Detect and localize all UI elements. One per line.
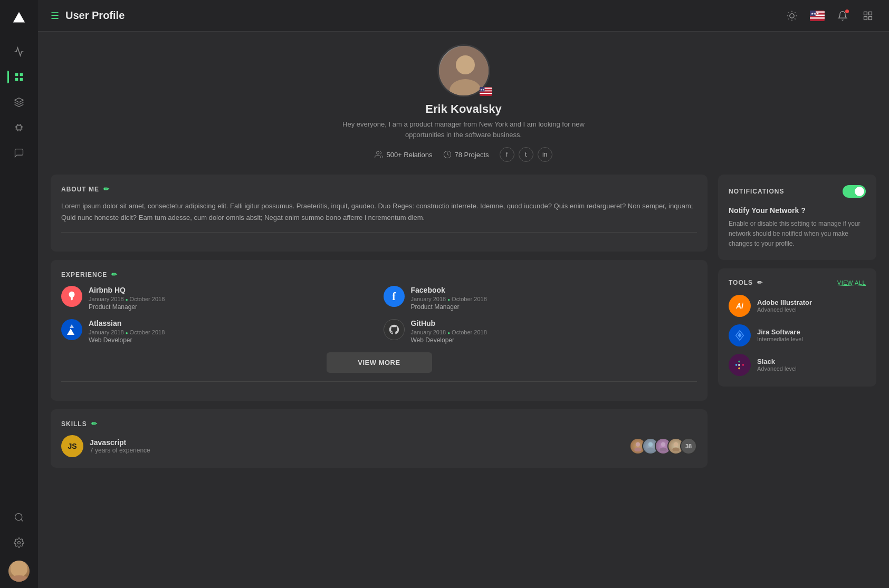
sidebar-item-search[interactable] — [7, 506, 31, 529]
right-column: NOTIFICATIONS Notify Your Network ? Enab… — [718, 175, 876, 387]
experience-divider — [61, 381, 697, 382]
tools-view-all[interactable]: VIEW ALL — [837, 279, 866, 286]
facebook-info: Facebook January 2018 ● October 2018 Pro… — [411, 286, 487, 311]
skill-endorsers: 38 — [629, 438, 697, 455]
tools-card: TOOLS ✏ VIEW ALL Ai Adobe Illustrator Ad… — [718, 268, 876, 387]
slack-level: Advanced level — [757, 365, 797, 372]
notifications-bell-icon[interactable] — [834, 7, 851, 24]
about-me-card: ABOUT ME ✏ Lorem ipsum dolor sit amet, c… — [51, 175, 708, 252]
left-column: ABOUT ME ✏ Lorem ipsum dolor sit amet, c… — [51, 175, 708, 468]
theme-toggle-icon[interactable] — [783, 7, 800, 24]
svg-point-50 — [674, 442, 678, 447]
svg-line-15 — [789, 18, 789, 19]
jira-icon — [729, 324, 751, 346]
javascript-info: Javascript 7 years of experience — [90, 438, 150, 454]
sidebar-item-chip[interactable] — [7, 116, 31, 139]
sidebar-item-chat[interactable] — [7, 141, 31, 165]
atlassian-dates: January 2018 ● October 2018 — [89, 329, 165, 335]
svg-rect-4 — [20, 78, 23, 81]
tool-item-jira: Jira Software Intermediate level — [729, 324, 866, 346]
svg-rect-5 — [17, 126, 21, 130]
svg-rect-1 — [15, 73, 18, 76]
svg-point-42 — [377, 151, 379, 154]
svg-rect-22 — [810, 17, 825, 18]
exp-item-atlassian: Atlassian January 2018 ● October 2018 We… — [61, 319, 375, 344]
page-title: User Profile — [65, 9, 777, 22]
skill-item-javascript: JS Javascript 7 years of experience — [61, 435, 697, 457]
jira-info: Jira Software Intermediate level — [757, 328, 803, 342]
user-avatar-sidebar[interactable] — [8, 561, 30, 582]
sidebar-item-cube[interactable] — [7, 91, 31, 114]
sidebar-item-settings[interactable] — [7, 531, 31, 554]
about-divider — [61, 232, 697, 233]
notifications-toggle[interactable] — [843, 185, 866, 198]
tool-item-illustrator: Ai Adobe Illustrator Advanced level — [729, 295, 866, 317]
jira-level: Intermediate level — [757, 336, 803, 342]
svg-rect-37 — [480, 92, 492, 93]
github-info: GitHub January 2018 ● October 2018 Web D… — [411, 319, 487, 344]
illustrator-level: Advanced level — [757, 306, 812, 313]
endorsers-count: 38 — [680, 438, 697, 455]
exp-item-airbnb: Airbnb HQ January 2018 ● October 2018 Pr… — [61, 286, 375, 311]
main-area: ☰ User Profile — [38, 0, 889, 588]
facebook-logo: f — [384, 286, 405, 307]
notifications-header: NOTIFICATIONS — [729, 185, 866, 198]
illustrator-name: Adobe Illustrator — [757, 298, 812, 306]
experience-grid: Airbnb HQ January 2018 ● October 2018 Pr… — [61, 286, 697, 344]
view-more-button[interactable]: VIEW MORE — [327, 352, 432, 373]
relations-stat: 500+ Relations — [375, 150, 432, 159]
facebook-dates: January 2018 ● October 2018 — [411, 296, 487, 302]
slack-icon — [729, 354, 751, 376]
svg-rect-55 — [742, 364, 744, 366]
svg-marker-0 — [13, 12, 25, 23]
notifications-description: Enable or disable this setting to manage… — [729, 219, 866, 249]
header-icons: ★★★ — [783, 7, 876, 24]
profile-name: Erik Kovalsky — [51, 102, 876, 116]
svg-rect-28 — [864, 16, 867, 20]
exp-item-facebook: f Facebook January 2018 ● October 2018 P… — [384, 286, 697, 311]
facebook-role: Product Manager — [411, 303, 487, 311]
airbnb-dates: January 2018 ● October 2018 — [89, 296, 165, 302]
tools-edit-icon[interactable]: ✏ — [757, 279, 763, 286]
atlassian-logo — [61, 319, 82, 340]
about-me-title: ABOUT ME — [61, 186, 99, 193]
skills-edit-icon[interactable]: ✏ — [91, 420, 98, 428]
exp-item-github: GitHub January 2018 ● October 2018 Web D… — [384, 319, 697, 344]
svg-rect-38 — [480, 93, 492, 94]
svg-rect-29 — [869, 16, 872, 20]
cards-row: ABOUT ME ✏ Lorem ipsum dolor sit amet, c… — [51, 175, 876, 468]
menu-icon[interactable]: ☰ — [51, 10, 59, 22]
tools-header: TOOLS ✏ VIEW ALL — [729, 279, 866, 286]
experience-header: EXPERIENCE ✏ — [61, 271, 697, 278]
app-logo[interactable] — [7, 6, 31, 30]
apps-grid-icon[interactable] — [859, 7, 876, 24]
sidebar-item-activity[interactable] — [7, 40, 31, 63]
svg-line-16 — [795, 12, 795, 13]
svg-point-44 — [636, 442, 640, 447]
content-area: ★★ Erik Kovalsky Hey everyone, I am a pr… — [38, 32, 889, 588]
sidebar-item-dashboard[interactable] — [7, 65, 31, 89]
airbnb-name: Airbnb HQ — [89, 286, 165, 294]
notifications-title: NOTIFICATIONS — [729, 188, 784, 195]
projects-count: 78 Projects — [455, 151, 489, 159]
svg-rect-27 — [869, 12, 872, 15]
about-me-edit-icon[interactable]: ✏ — [103, 185, 110, 193]
skills-card: SKILLS ✏ JS Javascript 7 years of experi… — [51, 409, 708, 468]
profile-flag: ★★ — [480, 87, 492, 96]
experience-edit-icon[interactable]: ✏ — [111, 271, 118, 278]
language-flag-icon[interactable]: ★★★ — [809, 7, 826, 24]
svg-rect-54 — [738, 367, 740, 369]
svg-point-45 — [634, 448, 641, 452]
linkedin-link[interactable]: in — [538, 147, 552, 162]
github-dates: January 2018 ● October 2018 — [411, 329, 487, 335]
facebook-link[interactable]: f — [500, 147, 514, 162]
svg-rect-39 — [480, 94, 492, 95]
slack-name: Slack — [757, 358, 797, 365]
airbnb-logo — [61, 286, 82, 307]
illustrator-info: Adobe Illustrator Advanced level — [757, 298, 812, 313]
svg-point-46 — [648, 442, 653, 447]
illustrator-icon: Ai — [729, 295, 751, 317]
twitter-link[interactable]: t — [519, 147, 533, 162]
svg-point-47 — [647, 448, 654, 452]
jira-name: Jira Software — [757, 328, 803, 336]
